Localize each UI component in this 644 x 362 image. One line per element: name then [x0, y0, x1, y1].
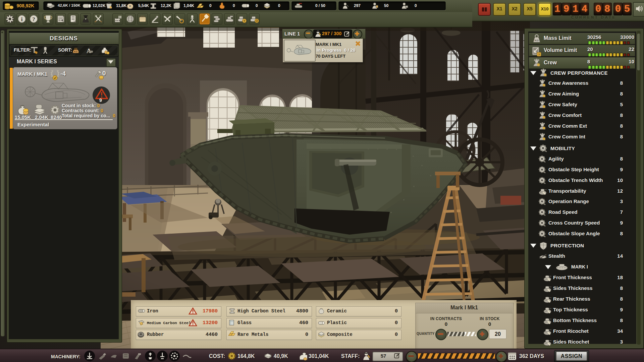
- svg-text:KG: KG: [535, 39, 539, 42]
- svg-text:KG: KG: [74, 50, 78, 53]
- svg-text:?: ?: [32, 16, 35, 22]
- svg-text:?: ?: [538, 53, 540, 56]
- svg-text:i: i: [21, 16, 23, 22]
